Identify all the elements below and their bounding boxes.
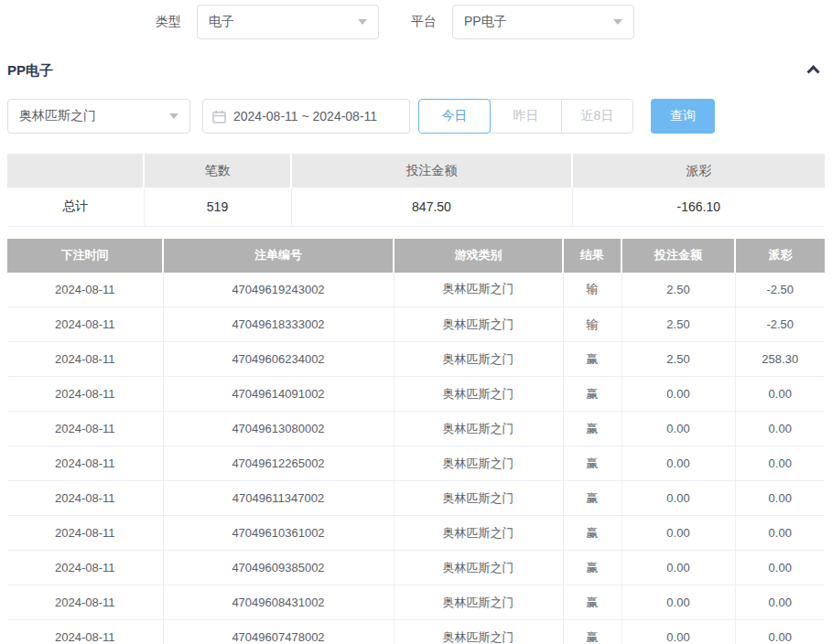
bet-cell: 奥林匹斯之门 bbox=[394, 585, 563, 620]
bet-cell: 2024-08-11 bbox=[7, 377, 163, 412]
bet-cell: 47049611347002 bbox=[163, 481, 394, 516]
bet-cell: 0.00 bbox=[621, 377, 735, 412]
table-row: 2024-08-1147049619243002奥林匹斯之门输2.50-2.50 bbox=[7, 273, 825, 307]
bet-cell: 0.00 bbox=[735, 551, 825, 585]
bet-cell: 赢 bbox=[563, 446, 621, 481]
chevron-down-icon bbox=[169, 113, 178, 119]
date-range-input[interactable]: 2024-08-11 ~ 2024-08-11 bbox=[202, 99, 410, 134]
bet-cell: 258.30 bbox=[735, 342, 825, 377]
bet-cell: 0.00 bbox=[735, 481, 825, 516]
bet-cell: 2024-08-11 bbox=[7, 446, 163, 481]
bet-cell: 0.00 bbox=[735, 377, 825, 412]
top-filter-bar: 类型 电子 平台 PP电子 bbox=[156, 4, 832, 40]
bet-cell: 0.00 bbox=[621, 481, 735, 516]
bet-header-cell: 下注时间 bbox=[7, 239, 163, 273]
date-range-value: 2024-08-11 ~ 2024-08-11 bbox=[233, 109, 377, 123]
summary-cell: -166.10 bbox=[572, 188, 825, 226]
bet-cell: 2024-08-11 bbox=[7, 412, 163, 446]
chevron-down-icon bbox=[358, 19, 367, 25]
bet-cell: 47049606234002 bbox=[163, 342, 394, 377]
bet-cell: 赢 bbox=[563, 481, 621, 516]
bet-cell: 奥林匹斯之门 bbox=[394, 377, 563, 412]
platform-select[interactable]: PP电子 bbox=[452, 5, 634, 39]
bet-cell: 输 bbox=[563, 273, 621, 307]
bet-cell: 2024-08-11 bbox=[7, 620, 163, 644]
bet-cell: 47049618333002 bbox=[163, 307, 394, 342]
summary-total-row: 总计519847.50-166.10 bbox=[7, 188, 825, 226]
bet-cell: 2.50 bbox=[621, 307, 735, 342]
quick-date-button-0[interactable]: 今日 bbox=[418, 99, 491, 134]
bet-header-cell: 结果 bbox=[563, 239, 621, 273]
quick-date-button-1[interactable]: 昨日 bbox=[490, 99, 562, 134]
bet-cell: 47049614091002 bbox=[163, 377, 394, 412]
table-row: 2024-08-1147049607478002奥林匹斯之门赢0.000.00 bbox=[7, 620, 825, 644]
bet-cell: 赢 bbox=[563, 412, 621, 446]
bet-cell: 赢 bbox=[563, 620, 621, 644]
bet-cell: 47049609385002 bbox=[163, 551, 394, 585]
bet-cell: 2024-08-11 bbox=[7, 273, 163, 307]
bet-cell: 输 bbox=[563, 307, 621, 342]
summary-header-cell bbox=[7, 154, 144, 188]
bet-cell: 奥林匹斯之门 bbox=[394, 273, 563, 307]
bet-cell: 奥林匹斯之门 bbox=[394, 342, 563, 377]
bet-table-body: 2024-08-1147049619243002奥林匹斯之门输2.50-2.50… bbox=[7, 273, 825, 644]
collapse-chevron-up-icon[interactable] bbox=[807, 65, 820, 78]
summary-header-cell: 投注金额 bbox=[291, 154, 572, 188]
query-bar: 奥林匹斯之门 2024-08-11 ~ 2024-08-11 今日昨日近8日 查… bbox=[7, 99, 825, 134]
summary-table: 笔数投注金额派彩 总计519847.50-166.10 bbox=[7, 154, 825, 227]
bet-cell: 奥林匹斯之门 bbox=[394, 551, 563, 585]
quick-date-button-2[interactable]: 近8日 bbox=[561, 99, 633, 134]
summary-cell: 519 bbox=[144, 188, 291, 226]
type-select[interactable]: 电子 bbox=[197, 5, 379, 39]
bet-cell: 赢 bbox=[563, 551, 621, 585]
bet-cell: -2.50 bbox=[735, 307, 825, 342]
bet-cell: 奥林匹斯之门 bbox=[394, 412, 563, 446]
summary-header-cell: 笔数 bbox=[144, 154, 291, 188]
table-row: 2024-08-1147049610361002奥林匹斯之门赢0.000.00 bbox=[7, 516, 825, 551]
bet-cell: 0.00 bbox=[621, 446, 735, 481]
summary-header-cell: 派彩 bbox=[572, 154, 825, 188]
calendar-icon bbox=[212, 110, 226, 123]
bet-cell: 2024-08-11 bbox=[7, 516, 163, 551]
summary-cell: 847.50 bbox=[291, 188, 572, 226]
table-row: 2024-08-1147049611347002奥林匹斯之门赢0.000.00 bbox=[7, 481, 825, 516]
bet-cell: 0.00 bbox=[621, 620, 735, 644]
platform-select-value: PP电子 bbox=[464, 14, 507, 30]
type-label: 类型 bbox=[156, 14, 181, 30]
bet-header-cell: 投注金额 bbox=[621, 239, 735, 273]
bet-cell: 0.00 bbox=[735, 516, 825, 551]
bet-cell: 47049613080002 bbox=[163, 412, 394, 446]
type-select-value: 电子 bbox=[209, 14, 234, 30]
bet-cell: 奥林匹斯之门 bbox=[394, 481, 563, 516]
bet-header-row: 下注时间注单编号游戏类别结果投注金额派彩 bbox=[7, 239, 825, 273]
bet-cell: 奥林匹斯之门 bbox=[394, 446, 563, 481]
bet-cell: 47049612265002 bbox=[163, 446, 394, 481]
table-row: 2024-08-1147049613080002奥林匹斯之门赢0.000.00 bbox=[7, 412, 825, 446]
bet-cell: 2024-08-11 bbox=[7, 585, 163, 620]
summary-header-row: 笔数投注金额派彩 bbox=[7, 154, 825, 188]
bet-cell: 47049610361002 bbox=[163, 516, 394, 551]
bet-cell: 赢 bbox=[563, 516, 621, 551]
bet-cell: 0.00 bbox=[735, 585, 825, 620]
bet-cell: 0.00 bbox=[735, 412, 825, 446]
bet-cell: 2024-08-11 bbox=[7, 481, 163, 516]
table-row: 2024-08-1147049608431002奥林匹斯之门赢0.000.00 bbox=[7, 585, 825, 620]
platform-label: 平台 bbox=[411, 14, 437, 30]
bet-cell: 奥林匹斯之门 bbox=[394, 307, 563, 342]
bet-cell: 47049619243002 bbox=[163, 273, 394, 307]
bet-table: 下注时间注单编号游戏类别结果投注金额派彩 2024-08-11470496192… bbox=[7, 239, 825, 644]
bet-header-cell: 游戏类别 bbox=[394, 239, 563, 273]
table-row: 2024-08-1147049614091002奥林匹斯之门赢0.000.00 bbox=[7, 377, 825, 412]
game-select[interactable]: 奥林匹斯之门 bbox=[7, 99, 190, 134]
bet-cell: -2.50 bbox=[735, 273, 825, 307]
bet-cell: 0.00 bbox=[735, 620, 825, 644]
bet-cell: 2.50 bbox=[621, 273, 735, 307]
bet-cell: 2.50 bbox=[621, 342, 735, 377]
search-button[interactable]: 查询 bbox=[651, 99, 715, 134]
bet-cell: 0.00 bbox=[621, 516, 735, 551]
bet-cell: 奥林匹斯之门 bbox=[394, 620, 563, 644]
section-header: PP电子 bbox=[0, 60, 832, 80]
table-row: 2024-08-1147049612265002奥林匹斯之门赢0.000.00 bbox=[7, 446, 825, 481]
bet-header-cell: 派彩 bbox=[735, 239, 825, 273]
bet-cell: 赢 bbox=[563, 585, 621, 620]
